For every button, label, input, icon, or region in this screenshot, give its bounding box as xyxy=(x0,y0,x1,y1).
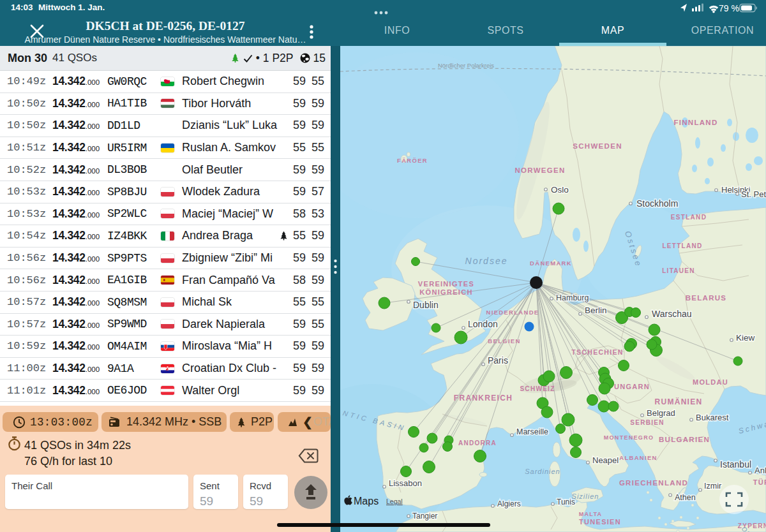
svg-text:TÜR: TÜR xyxy=(753,478,766,486)
svg-text:MOLDAU: MOLDAU xyxy=(693,378,728,386)
svg-text:KÖNIGREICH: KÖNIGREICH xyxy=(419,288,472,296)
svg-text:GRIECHENLAND: GRIECHENLAND xyxy=(619,479,688,487)
svg-text:NORWEGEN: NORWEGEN xyxy=(514,166,565,174)
svg-text:Algiers: Algiers xyxy=(497,499,521,508)
svg-text:TUNESIEN: TUNESIEN xyxy=(579,518,621,526)
svg-text:Ank: Ank xyxy=(755,466,766,475)
svg-text:DÄNEMARK: DÄNEMARK xyxy=(530,260,572,267)
svg-text:Maps: Maps xyxy=(354,496,379,506)
svg-text:SERBIEN: SERBIEN xyxy=(630,419,665,426)
svg-text:ALBANIEN: ALBANIEN xyxy=(619,454,657,461)
svg-text:Stockholm: Stockholm xyxy=(636,198,678,209)
svg-text:UNGARN: UNGARN xyxy=(614,383,650,390)
svg-text:FÄRÖER: FÄRÖER xyxy=(397,157,428,164)
svg-text:Hamburg: Hamburg xyxy=(556,293,589,302)
svg-text:MALTA: MALTA xyxy=(579,511,603,517)
svg-text:Lissabon: Lissabon xyxy=(389,478,422,488)
svg-text:Nordsee: Nordsee xyxy=(465,256,508,266)
svg-text:Nördlicher Polarkreis: Nördlicher Polarkreis xyxy=(438,62,494,69)
svg-text:ANDORRA: ANDORRA xyxy=(458,440,497,447)
svg-text:Marseille: Marseille xyxy=(516,427,548,436)
svg-text:BELGIEN: BELGIEN xyxy=(488,337,520,344)
svg-text:TSCHECHIEN: TSCHECHIEN xyxy=(571,348,623,356)
svg-text:FINNLAND: FINNLAND xyxy=(673,119,717,126)
svg-text:Bukarest: Bukarest xyxy=(696,413,729,422)
svg-text:Berlin: Berlin xyxy=(585,306,607,315)
svg-text:BULGARIEN: BULGARIEN xyxy=(659,436,710,443)
svg-text:St. Petersb: St. Petersb xyxy=(741,189,766,199)
svg-text:SCHWEDEN: SCHWEDEN xyxy=(573,142,622,150)
svg-text:London: London xyxy=(468,319,498,329)
svg-text:Oslo: Oslo xyxy=(551,185,569,195)
svg-text:Belgrad: Belgrad xyxy=(647,408,675,418)
svg-text:Dublin: Dublin xyxy=(413,300,439,310)
svg-text:79 %: 79 % xyxy=(719,3,739,13)
svg-text:BELARUS: BELARUS xyxy=(686,294,727,302)
svg-text:Legal: Legal xyxy=(386,498,403,505)
svg-text:Sizilien: Sizilien xyxy=(572,492,599,500)
svg-text:VEREINIGTES: VEREINIGTES xyxy=(418,280,474,288)
svg-text:Kiew: Kiew xyxy=(736,333,755,343)
svg-text:LITAUEN: LITAUEN xyxy=(662,267,695,274)
svg-text:Athen: Athen xyxy=(675,493,696,502)
svg-text:Izmir: Izmir xyxy=(704,482,721,491)
svg-text:Istanbul: Istanbul xyxy=(720,459,751,469)
svg-text:Warschau: Warschau xyxy=(652,309,692,319)
svg-text:ESTLAND: ESTLAND xyxy=(671,214,707,221)
svg-text:Paris: Paris xyxy=(488,355,508,366)
svg-text:RUMÄNIEN: RUMÄNIEN xyxy=(654,397,702,406)
svg-text:NIEDERLANDE: NIEDERLANDE xyxy=(486,309,539,316)
svg-text:MONTENEGRO: MONTENEGRO xyxy=(604,434,654,441)
svg-text:FRANKREICH: FRANKREICH xyxy=(454,394,513,403)
svg-text:SCHWEIZ: SCHWEIZ xyxy=(520,385,555,392)
svg-text:Neapel: Neapel xyxy=(592,455,619,465)
svg-text:Sardinien: Sardinien xyxy=(525,468,560,475)
svg-text:LETTLAND: LETTLAND xyxy=(662,242,702,249)
svg-text:Tangier: Tangier xyxy=(412,512,437,521)
